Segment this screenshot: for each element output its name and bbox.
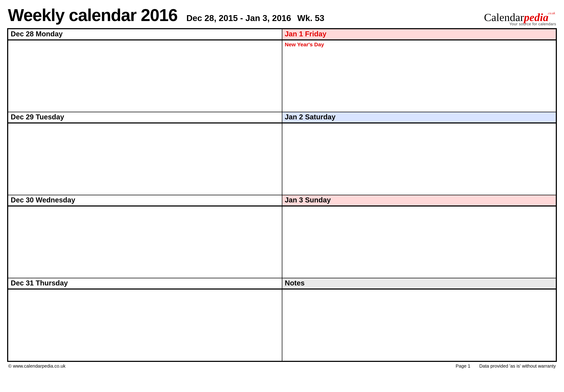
page-title: Weekly calendar 2016 [8,5,177,25]
day-body-sat[interactable] [282,123,556,195]
logo-tld: .co.uk [547,11,555,15]
day-header-wed: Dec 30 Wednesday [8,195,282,206]
header-left: Weekly calendar 2016 Dec 28, 2015 - Jan … [8,5,324,25]
footer-right: Page 1 Data provided 'as is' without war… [456,363,556,369]
logo-text: Calendarpedia.co.uk [484,12,556,23]
day-header-sun: Jan 3 Sunday [282,195,556,206]
day-body-thu[interactable] [8,290,282,361]
day-body-sun[interactable] [282,206,556,278]
header: Weekly calendar 2016 Dec 28, 2015 - Jan … [7,5,557,26]
notes-header: Notes [282,278,556,289]
logo-part1: Calendar [484,11,524,23]
day-header-thu: Dec 31 Thursday [8,278,282,289]
day-header-sat: Jan 2 Saturday [282,112,556,123]
footer-copyright: © www.calendarpedia.co.uk [8,363,65,369]
day-body-mon[interactable] [8,41,282,112]
date-range: Dec 28, 2015 - Jan 3, 2016 [186,13,291,23]
day-body-wed[interactable] [8,206,282,278]
footer-page: Page 1 [456,363,470,369]
day-body-fri[interactable]: New Year's Day [282,41,556,112]
footer-warranty: Data provided 'as is' without warranty [479,363,556,369]
day-header-fri: Jan 1 Friday [282,29,556,40]
day-header-tue: Dec 29 Tuesday [8,112,282,123]
header-meta: Dec 28, 2015 - Jan 3, 2016 Wk. 53 [186,13,324,23]
footer: © www.calendarpedia.co.uk Page 1 Data pr… [7,362,557,369]
notes-body[interactable] [282,290,556,361]
logo: Calendarpedia.co.uk Your source for cale… [484,11,556,26]
logo-part2: pedia [524,11,549,23]
calendar-grid: Dec 28 Monday Jan 1 Friday New Year's Da… [7,28,557,362]
day-header-mon: Dec 28 Monday [8,29,282,40]
event-text: New Year's Day [285,41,324,47]
day-body-tue[interactable] [8,123,282,195]
week-number: Wk. 53 [297,13,324,23]
